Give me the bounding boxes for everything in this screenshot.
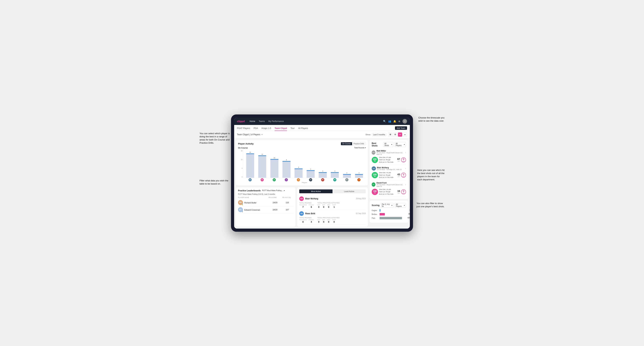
avatar[interactable]: U [402, 119, 407, 124]
nav-logo: clippd [237, 120, 245, 123]
view-list-button[interactable]: ⊟ [393, 133, 397, 137]
annotation-filter: Filter what data you wish thetable to be… [200, 179, 228, 185]
nav-item-performance[interactable]: My Performance [268, 120, 284, 123]
scoring-row-eagles: Eagles 3 [372, 209, 406, 212]
all-shots-filter[interactable]: All Shots ▾ [383, 142, 394, 147]
chart-dropdown[interactable]: Total Rounds ▾ [354, 147, 366, 149]
y-label-0: 0 [242, 176, 242, 178]
practice-dropdown[interactable]: PUTT Must Make Putting ... ▾ [262, 190, 285, 191]
scoring-row-pars: Pars 499 [372, 217, 406, 219]
bar-britt: 12 [256, 150, 268, 178]
top-nav: clippd Home Teams My Performance 🔍 👥 🔔 ⊕… [234, 118, 410, 125]
lb-avg-butler: 110 [281, 201, 293, 204]
col-player-name: PLAYER NAME [238, 197, 266, 198]
shot-player-name-mcharg: Blair McHarg [377, 167, 402, 169]
practice-drills-toggle[interactable]: Practice Drills [352, 142, 366, 145]
scoring-bar-pars: 499 [380, 217, 406, 219]
scoring-players-filter[interactable]: All Players ▾ [394, 203, 406, 208]
shot-card-mcharg: BM Blair McHarg 23 Jul 2023 · Ashridge G… [372, 165, 406, 180]
chevron-right-icon[interactable]: › [405, 151, 406, 154]
show-label: Show: [366, 134, 371, 136]
practice-header: Practice Leaderboards PUTT Must Make Put… [238, 189, 293, 192]
add-team-button[interactable]: Add Team [395, 126, 407, 130]
on-course-toggle[interactable]: On Course [341, 142, 352, 145]
shot-details-mcharg: 200 SG Shot Dist: 43 yds Start Lie: Roug… [372, 172, 406, 179]
team-header: Team Clippd | 14 Players ✏ Show: Last 3 … [234, 131, 410, 138]
shot-badge-miller: 200 SG [372, 157, 378, 163]
tab-team-clippd[interactable]: Team Clippd [274, 126, 287, 131]
chart-container: 15 10 5 0 13 12 [238, 150, 366, 181]
all-players-filter[interactable]: All Players ▾ [394, 142, 406, 147]
sub-tabs: PGAT Players PGA Hcaps 1-5 Team Clippd T… [234, 125, 410, 131]
annotation-filter-player: You can also filter to showjust one play… [416, 202, 444, 208]
lb-name-butler: Richard Butler [244, 201, 269, 204]
lb-avg-crossman: 107 [281, 209, 293, 211]
scoring-bar-birdies: 96 [380, 213, 406, 215]
tab-all-players[interactable]: All Players [298, 126, 308, 131]
bar-butler: 3 [317, 150, 328, 178]
view-heart-button[interactable]: ♥ [398, 133, 402, 137]
card-header-activity: Player Activity On Course Practice Drill… [238, 142, 366, 145]
bar-mcHarg: 13 [244, 150, 256, 178]
lb-name-crossman: Edward Crossman [244, 208, 269, 211]
shot-player-info-miller: Matt Miller 09 Jun 2023 · Royal North De… [376, 150, 405, 155]
shot-player-header-mcharg: BM Blair McHarg 23 Jul 2023 · Ashridge G… [372, 166, 406, 171]
players-icon[interactable]: 👥 [388, 120, 391, 123]
shot-badge-ford: 198 SG [372, 189, 378, 195]
tab-hcaps[interactable]: Hcaps 1-5 [262, 126, 271, 131]
player-activity-title: Player Activity [238, 142, 254, 145]
nav-item-teams[interactable]: Teams [259, 120, 265, 123]
right-panel: Best Shots All Shots ▾ All Players ▾ [370, 140, 408, 227]
bar-miller: 3 [329, 150, 340, 178]
tab-pgat[interactable]: PGAT Players [237, 126, 250, 131]
nav-item-home[interactable]: Home [250, 120, 255, 123]
scoring-row-birdies: Birdies 96 [372, 213, 406, 215]
shot-avatar-mcharg: BM [372, 166, 376, 171]
shot-avatar-miller: MM [372, 151, 376, 155]
activity-name-mcharg: Blair McHarg [305, 197, 318, 200]
shot-stat-dist-miller: 67 yds [397, 158, 400, 162]
practice-title: Practice Leaderboards [238, 189, 260, 192]
scoring-label-birdies: Birdies [372, 213, 380, 215]
tablet-screen: clippd Home Teams My Performance 🔍 👥 🔔 ⊕… [234, 118, 410, 229]
practice-leaderboards-card: Practice Leaderboards PUTT Must Make Put… [236, 187, 296, 227]
search-icon[interactable]: 🔍 [383, 120, 386, 123]
tab-least-active[interactable]: Least Active [332, 189, 366, 193]
tab-pga[interactable]: PGA [254, 126, 258, 131]
view-menu-button[interactable]: ≡ [403, 133, 407, 137]
chart-bars-area: 13 12 10 [243, 150, 366, 178]
shot-player-sub-mcharg: 23 Jul 2023 · Ashridge GC, Hole 15 [377, 169, 402, 170]
shot-stat-zero-ford: 0 yds [401, 189, 406, 194]
best-shots-title: Best Shots [372, 142, 382, 147]
chart-y-axis: 15 10 5 0 [238, 150, 243, 178]
activity-stats-britt: Total Rounds Tournament 8 Practice [299, 217, 366, 223]
shot-player-info-ford: David Ford 24 Aug 2023 · Royal North Dev… [376, 182, 405, 187]
annotation-timescale: Choose the timescale youwish to see the … [418, 116, 444, 123]
team-name: Team Clippd | 14 Players [237, 133, 260, 136]
scoring-card: Scoring Par 3, 4 & 5s ▾ All Players ▾ [370, 201, 408, 223]
bell-icon[interactable]: 🔔 [393, 120, 396, 123]
main-content: Player Activity On Course Practice Drill… [234, 138, 410, 229]
plus-circle-icon[interactable]: ⊕ [398, 120, 400, 123]
bar-crossman: 2 [341, 150, 352, 178]
chevron-right-icon[interactable]: › [405, 183, 406, 186]
activity-player-header-1: BM Blair McHarg 26 Aug 2023 [299, 196, 366, 201]
activity-player-header-2: RB Rees Britt 02 Sep 2023 [299, 211, 366, 216]
scoring-title: Scoring [372, 204, 380, 206]
edit-icon[interactable]: ✏ [261, 133, 263, 136]
view-grid-button[interactable]: ⊞ [388, 133, 392, 137]
shot-card-ford: DF David Ford 24 Aug 2023 · Royal North … [372, 180, 406, 197]
lb-avatar-butler: RB🥇 [238, 200, 243, 205]
chevron-right-icon[interactable]: › [405, 167, 406, 170]
page-wrapper: Choose the timescale youwish to see the … [200, 114, 444, 232]
tablet-device: clippd Home Teams My Performance 🔍 👥 🔔 ⊕… [231, 114, 413, 232]
shot-avatar-ford: DF [372, 182, 376, 187]
bottom-row: Practice Leaderboards PUTT Must Make Put… [236, 187, 368, 227]
tab-most-active[interactable]: Most Active [299, 189, 332, 193]
par-filter[interactable]: Par 3, 4 & 5s ▾ [380, 203, 394, 208]
course-toggle-group: On Course Practice Drills [341, 142, 366, 145]
tab-tour[interactable]: Tour [290, 126, 294, 131]
bar-robertson: 2 [353, 150, 365, 178]
chart-section-header: On Course Total Rounds ▾ [238, 147, 366, 149]
timescale-select[interactable]: Last 3 months [372, 133, 386, 136]
